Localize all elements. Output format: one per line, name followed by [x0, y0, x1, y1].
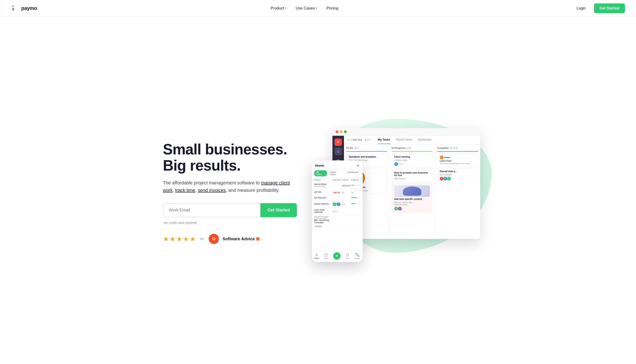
badge-ab-date: Mar 18 — [333, 191, 341, 194]
tab-teams-tasks[interactable]: Team's Tasks — [396, 136, 412, 144]
mobile-tab-dashboard[interactable]: Dashboard — [346, 170, 360, 176]
logo[interactable]: p paymo — [11, 4, 37, 13]
chevron-down-icon: ▾ — [316, 7, 317, 10]
complete-count: (3 of 5) — [450, 146, 458, 149]
row-name-ab: AB Test — [314, 191, 333, 193]
inprogress-underline — [392, 151, 432, 152]
card-meta-add-web: M J — [394, 207, 430, 210]
avatar-add-web-2: J — [398, 207, 402, 210]
mobile-row-account: Marcia Ethan Account Page Backend — [312, 182, 363, 189]
row-deploy-name: Deploy features — [314, 203, 333, 205]
nav-product[interactable]: Product ▾ — [267, 4, 290, 12]
mobile-menu-icon[interactable]: ⊕ — [357, 164, 360, 167]
tab-dashboard[interactable]: Dashboard — [418, 136, 431, 144]
nav-links: Product ▾ Use Cases ▾ Pricing — [267, 4, 342, 12]
card-title-overall: Overall look a... — [440, 170, 475, 173]
kanban-card-client-meeting: Client meeting Amazon Shop A Nov 7 — [392, 154, 432, 168]
mobile-row-case-study: Case study materials Mar 22 — [312, 208, 363, 215]
get-started-nav-button[interactable]: Get Started — [594, 4, 625, 13]
row-name-marcia: Marcia Ethan — [314, 183, 332, 185]
hero-subtitle: The affordable project management softwa… — [163, 179, 297, 194]
nav-home-label: Home — [314, 257, 319, 259]
navigation: p paymo Product ▾ Use Cases ▾ Pricing Lo… — [0, 0, 636, 16]
kanban-board: To Do (21) Standards and templates New W… — [344, 144, 480, 239]
kanban-card-overall: Overall look a... New Website A B C — [437, 168, 478, 182]
star-2: ★ — [170, 235, 176, 243]
hero-title: Small businesses. Big results. — [163, 141, 297, 174]
star-3: ★ — [176, 235, 182, 243]
nav-pricing-label: Pricing — [326, 6, 338, 10]
sidebar-logo-icon[interactable]: P — [334, 138, 342, 146]
window-tabs: + + Add Task ⚙ 1 ▾ My Tasks Team's Tasks… — [344, 136, 480, 144]
mobile-bottom-nav: ⌂ Home ◫ Work + ◷ Time 🔍 Search — [312, 251, 363, 262]
avatar-moon: M — [440, 156, 444, 159]
time-icon: ◷ — [346, 252, 349, 257]
mobile-header: Home ⊕ — [312, 160, 363, 169]
svg-point-2 — [12, 6, 14, 7]
complete-title: Complete — [437, 146, 449, 149]
window-maximize-dot — [344, 130, 347, 133]
bbc-company: British Broadcasting Corporation (BBC) — [314, 216, 333, 219]
mobile-nav-search[interactable]: 🔍 Search — [354, 252, 360, 260]
search-icon: 🔍 — [355, 252, 360, 257]
tab-my-tasks[interactable]: My Tasks — [378, 136, 390, 144]
mobile-nav-work[interactable]: ◫ Work — [324, 252, 328, 260]
mobile-tab-my-tasks[interactable]: My Tasks — [314, 170, 327, 176]
mobile-tabs: My Tasks Teams Tasks Dashboard — [312, 169, 363, 178]
shoe-shape — [403, 186, 421, 196]
card-title-client-meeting: Client meeting — [394, 156, 430, 158]
mobile-row-deploy: Deploy features M J 11/9 — [312, 200, 363, 208]
card-sub-client-meeting: Amazon Shop — [394, 159, 430, 161]
avatar-overall-1: A — [440, 177, 444, 180]
filter-icon[interactable]: ⚙ 1 ▾ — [364, 138, 370, 141]
card-sub-overall: New Website — [440, 174, 475, 176]
todo-count: (21) — [354, 146, 359, 149]
card-sub-moon: CASE STUDY — [440, 160, 475, 162]
sidebar-home-icon[interactable]: ⌂ — [334, 148, 342, 155]
row-prereq-progress — [351, 197, 360, 198]
avatar-client-meeting: A — [394, 162, 398, 166]
card-sub-add-web: text, art, music, etc... — [394, 201, 430, 204]
avatar-deploy-1: M — [333, 202, 336, 206]
login-button[interactable]: Login — [572, 4, 590, 13]
window-titlebar — [332, 128, 480, 136]
hero-section: Small businesses. Big results. The affor… — [152, 16, 484, 364]
work-email-input[interactable] — [163, 203, 261, 217]
on-text: on — [200, 237, 204, 241]
mobile-nav-add-button[interactable]: + — [333, 252, 340, 260]
mobile-app-window: Home ⊕ My Tasks Teams Tasks Dashboard Pr… — [312, 160, 363, 262]
nav-use-cases[interactable]: Use Cases ▾ — [292, 4, 321, 12]
mobile-tab-teams-tasks[interactable]: Teams Tasks — [328, 170, 344, 176]
nav-product-label: Product — [270, 6, 284, 10]
row-account-progress — [351, 185, 360, 186]
row-ab-date: Mar 18 — [333, 190, 342, 194]
star-4: ★ — [183, 235, 189, 243]
mobile-table-header: Project Due Date Priority Progress — [312, 178, 363, 182]
case-date: Mar 22 — [333, 210, 338, 212]
row-ab-attachments: 📎 — [351, 190, 360, 194]
card-project-add-web: Amazon Shop — [394, 204, 430, 206]
get-started-hero-button[interactable]: Get Started — [260, 203, 297, 217]
email-form: Get Started — [163, 203, 297, 217]
card-moon-header: M moon — [440, 156, 475, 159]
star-5: ★ — [190, 235, 196, 243]
row-deploy-avatars: M J — [333, 202, 342, 206]
add-task-label[interactable]: + Add Task — [351, 138, 362, 141]
col-progress: Progress — [351, 179, 360, 181]
link-send-invoices[interactable]: send invoices — [198, 188, 226, 193]
nav-actions: Login Get Started — [572, 4, 625, 13]
link-track-time[interactable]: track time — [175, 188, 195, 193]
hero-right: P ⌂ ▤ ▣ + 🔍 👤 + + Add Task ⚙ 1 ▾ — [312, 124, 473, 262]
progress-fill-deploy — [351, 203, 355, 204]
nav-pricing[interactable]: Pricing — [323, 4, 342, 12]
kanban-todo-header: To Do (21) — [346, 146, 387, 149]
todo-underline — [346, 151, 387, 152]
chevron-down-icon: ▾ — [285, 7, 286, 10]
mobile-row-ab-test: AB Test Mar 18 3/5 📎 — [312, 189, 363, 196]
kanban-card-add-web: Add web specific content text, art, musi… — [392, 183, 432, 212]
col-project: Project — [314, 179, 333, 181]
mobile-nav-home[interactable]: ⌂ Home — [314, 252, 319, 259]
card-sub-promote: Nike Project — [394, 178, 430, 180]
mobile-nav-time[interactable]: ◷ Time — [345, 252, 349, 260]
nav-use-cases-label: Use Cases — [296, 6, 315, 10]
